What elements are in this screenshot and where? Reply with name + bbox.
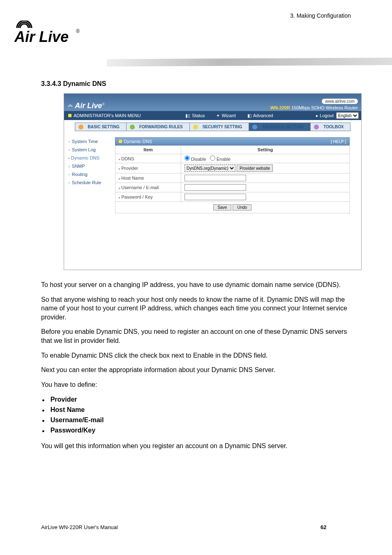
tab-security[interactable]: SECURITY SETTING — [190, 123, 249, 131]
signal-icon: ▮▯ — [185, 113, 190, 118]
page-footer: AirLive WN-220R User's Manual 62 — [41, 524, 353, 530]
tab-toolbox[interactable]: TOOLBOX — [311, 123, 350, 131]
row-password-label: Password / Key — [115, 192, 181, 202]
lock-icon — [193, 125, 198, 130]
section-heading: 3.3.4.3 Dynamic DNS — [41, 80, 353, 88]
sidebar-item-system-time[interactable]: System Time — [64, 137, 113, 146]
menu-status[interactable]: ▮▯Status — [185, 113, 205, 118]
puzzle-icon: ◧ — [247, 113, 251, 118]
save-button[interactable]: Save — [213, 204, 232, 210]
menubar: ADMINISTRATOR's MAIN MENU ▮▯Status ✦Wiza… — [64, 111, 361, 120]
url-pill: www.airlive.com — [322, 99, 358, 104]
disk-icon — [78, 125, 83, 130]
hostname-input[interactable] — [184, 175, 246, 181]
paragraph: To host your server on a changing IP add… — [41, 280, 353, 289]
folder-icon — [119, 140, 122, 143]
footer-page-number: 62 — [321, 524, 353, 530]
footer-title: AirLive WN-220R User's Manual — [41, 524, 321, 530]
list-item: Host Name — [41, 405, 353, 415]
gear-icon — [252, 125, 257, 130]
main-menu-label[interactable]: ADMINISTRATOR's MAIN MENU — [64, 113, 145, 118]
logout-link[interactable]: ▸ Logout — [316, 113, 334, 118]
paragraph: You have to define: — [41, 380, 353, 389]
sidebar-item-snmp[interactable]: SNMP — [64, 162, 113, 170]
undo-button[interactable]: Undo — [233, 204, 251, 210]
chapter-header: 3. Making Configuration — [290, 12, 351, 19]
tab-basic[interactable]: BASIC SETTING — [75, 123, 127, 131]
tab-advanced[interactable]: ADVANCED SETTING — [249, 123, 311, 131]
help-link[interactable]: [ HELP ] — [331, 139, 346, 144]
paragraph: To enable Dynamic DNS click the check bo… — [41, 351, 353, 360]
sidebar: System Time System Log Dynamic DNS SNMP … — [64, 134, 113, 270]
router-admin-screenshot: Air Live® www.airlive.com WN-220R 150Mbp… — [64, 93, 362, 270]
svg-text:®: ® — [76, 28, 80, 34]
main-panel: Dynamic DNS [ HELP ] Item Setting DDNS D… — [113, 134, 361, 270]
toolbox-icon — [314, 125, 319, 130]
screenshot-header: Air Live® www.airlive.com WN-220R 150Mbp… — [64, 94, 361, 111]
provider-select[interactable]: DynDNS.org(Dynamic) — [184, 164, 235, 172]
folder-icon — [68, 114, 71, 117]
divider — [107, 58, 392, 67]
product-tagline: WN-220R 150Mbps SOHO Wireless Router — [270, 105, 358, 110]
sidebar-item-routing[interactable]: Routing — [64, 170, 113, 178]
th-item: Item — [115, 146, 181, 154]
row-username-label: Username / E-mail — [115, 183, 181, 192]
username-input[interactable] — [184, 184, 246, 191]
password-input[interactable] — [184, 194, 246, 200]
ddns-enable-radio[interactable] — [210, 155, 215, 161]
ddns-disable-option[interactable]: Disable — [184, 157, 206, 162]
screenshot-logo: Air Live® — [67, 102, 104, 110]
ddns-enable-option[interactable]: Enable — [210, 157, 231, 162]
list-item: Username/E-mail — [41, 415, 353, 426]
svg-text:Air Live: Air Live — [14, 28, 69, 45]
settings-table: Item Setting DDNS Disable Enable Provide… — [115, 146, 350, 213]
brand-logo: Air Live ® — [14, 21, 80, 49]
paragraph: Before you enable Dynamic DNS, you need … — [41, 327, 353, 345]
tabbar: BASIC SETTING FORWARDING RULES SECURITY … — [64, 120, 361, 134]
wand-icon: ✦ — [216, 113, 220, 118]
tab-forwarding[interactable]: FORWARDING RULES — [127, 123, 190, 131]
row-ddns-label: DDNS — [115, 154, 181, 163]
row-provider-label: Provider — [115, 163, 181, 173]
th-setting: Setting — [181, 146, 350, 154]
sidebar-item-schedule-rule[interactable]: Schedule Rule — [64, 178, 113, 187]
list-item: Provider — [41, 395, 353, 405]
provider-website-button[interactable]: Provider website — [237, 164, 273, 172]
paragraph: Next you can enter the appropriate infor… — [41, 365, 353, 375]
menu-wizard[interactable]: ✦Wizard — [216, 113, 235, 118]
ddns-disable-radio[interactable] — [184, 155, 190, 161]
arrows-icon — [130, 125, 135, 130]
sidebar-item-dynamic-dns[interactable]: Dynamic DNS — [64, 154, 113, 162]
paragraph: You will get this information when you r… — [41, 442, 353, 451]
definition-list: Provider Host Name Username/E-mail Passw… — [41, 395, 353, 435]
sidebar-item-system-log[interactable]: System Log — [64, 146, 113, 154]
panel-title: Dynamic DNS — [124, 139, 152, 144]
paragraph: So that anyone wishing to reach your hos… — [41, 295, 353, 322]
row-hostname-label: Host Name — [115, 173, 181, 183]
list-item: Password/Key — [41, 426, 353, 436]
language-select[interactable]: English — [336, 112, 359, 119]
menu-advanced[interactable]: ◧Advanced — [247, 113, 273, 118]
